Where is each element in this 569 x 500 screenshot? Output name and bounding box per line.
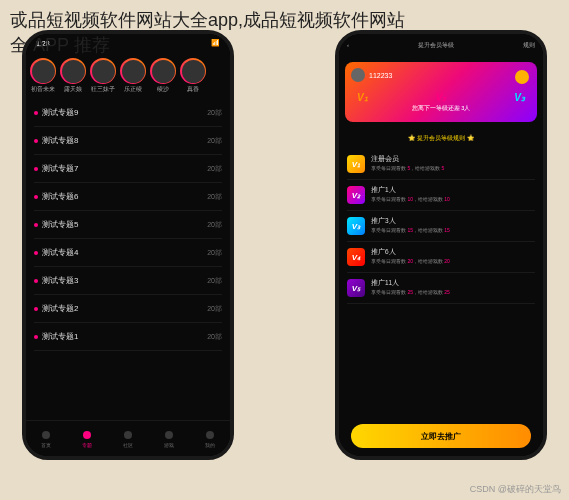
item-count: 20部 — [207, 332, 222, 342]
nav-icon — [163, 429, 175, 441]
rules-header: ⭐ 提升会员等级规则 ⭐ — [339, 128, 543, 149]
svg-point-1 — [83, 431, 91, 439]
level-item: V₄推广6人享受每日观看数 20，给给游戏数 20 — [347, 242, 535, 273]
dot-icon — [34, 307, 38, 311]
list-item[interactable]: 测试专题120部 — [34, 323, 222, 351]
dot-icon — [34, 167, 38, 171]
level-item: V₃推广3人享受每日观看数 15，给给游戏数 15 — [347, 211, 535, 242]
watermark-text: CSDN @破碎的天堂鸟 — [470, 483, 561, 496]
dot-icon — [34, 195, 38, 199]
level-progress-row: V₁ V₂ V₃ — [351, 92, 531, 103]
level-title: 推广6人 — [371, 248, 450, 257]
level-badge-icon: V₁ — [347, 155, 365, 173]
level-item: V₅推广11人享受每日观看数 25，给给游戏数 25 — [347, 273, 535, 304]
item-title: 测试专题3 — [42, 275, 78, 286]
item-title: 测试专题9 — [42, 107, 78, 118]
nav-label: 社区 — [123, 442, 133, 448]
level-desc: 享受每日观看数 10，给给游戏数 10 — [371, 196, 450, 202]
story-label: 绫沙 — [157, 86, 169, 93]
level-badge-icon: V₃ — [347, 217, 365, 235]
nav-item[interactable]: 游戏 — [163, 429, 175, 448]
nav-label: 首页 — [41, 442, 51, 448]
dot-icon — [34, 335, 38, 339]
bottom-nav: 首页专题社区游戏我的 — [26, 420, 230, 456]
nav-icon — [204, 429, 216, 441]
level-title: 注册会员 — [371, 155, 444, 164]
v1-badge: V₁ — [357, 92, 368, 103]
item-title: 测试专题5 — [42, 219, 78, 230]
v2-badge: V₂ — [436, 92, 447, 103]
svg-point-0 — [42, 431, 50, 439]
item-count: 20部 — [207, 220, 222, 230]
phone-mockup-left: 1:28 📶 初音未来露天娘狂三妹子乐正绫绫沙真香 测试专题920部测试专题82… — [22, 30, 234, 460]
item-title: 测试专题4 — [42, 247, 78, 258]
level-badge-icon: V₄ — [347, 248, 365, 266]
svg-point-4 — [206, 431, 214, 439]
progress-text: 您离下一等级还差 3人 — [351, 105, 531, 112]
level-badge-icon: V₅ — [347, 279, 365, 297]
level-desc: 享受每日观看数 15，给给游戏数 15 — [371, 227, 450, 233]
nav-item[interactable]: 社区 — [122, 429, 134, 448]
item-count: 20部 — [207, 136, 222, 146]
story-label: 狂三妹子 — [91, 86, 115, 93]
dot-icon — [34, 279, 38, 283]
item-title: 测试专题6 — [42, 191, 78, 202]
list-item[interactable]: 测试专题220部 — [34, 295, 222, 323]
nav-item[interactable]: 首页 — [40, 429, 52, 448]
dot-icon — [34, 139, 38, 143]
list-item[interactable]: 测试专题820部 — [34, 127, 222, 155]
story-label: 乐正绫 — [124, 86, 142, 93]
user-id: 112233 — [369, 72, 392, 79]
topic-list: 测试专题920部测试专题820部测试专题720部测试专题620部测试专题520部… — [26, 99, 230, 351]
nav-item[interactable]: 专题 — [81, 429, 93, 448]
item-count: 20部 — [207, 304, 222, 314]
nav-icon — [81, 429, 93, 441]
title-text: 戓品短视频软件网站大全app,成品短视频软件网站 — [10, 8, 559, 33]
dot-icon — [34, 223, 38, 227]
level-desc: 享受每日观看数 20，给给游戏数 20 — [371, 258, 450, 264]
list-item[interactable]: 测试专题520部 — [34, 211, 222, 239]
level-item: V₁注册会员享受每日观看数 5，给给游戏数 5 — [347, 149, 535, 180]
level-title: 推广11人 — [371, 279, 450, 288]
item-count: 20部 — [207, 164, 222, 174]
app-logo-icon — [515, 70, 529, 84]
svg-point-3 — [165, 431, 173, 439]
svg-point-2 — [124, 431, 132, 439]
banner-user: 112233 — [351, 68, 531, 82]
level-title: 推广3人 — [371, 217, 450, 226]
item-count: 20部 — [207, 276, 222, 286]
list-item[interactable]: 测试专题920部 — [34, 99, 222, 127]
list-item[interactable]: 测试专题620部 — [34, 183, 222, 211]
story-label: 真香 — [187, 86, 199, 93]
level-list: V₁注册会员享受每日观看数 5，给给游戏数 5V₂推广1人享受每日观看数 10，… — [339, 149, 543, 304]
promote-button[interactable]: 立即去推广 — [351, 424, 531, 448]
item-count: 20部 — [207, 108, 222, 118]
nav-label: 游戏 — [164, 442, 174, 448]
membership-banner: 112233 V₁ V₂ V₃ 您离下一等级还差 3人 — [345, 62, 537, 122]
item-title: 测试专题8 — [42, 135, 78, 146]
nav-label: 我的 — [205, 442, 215, 448]
level-badge-icon: V₂ — [347, 186, 365, 204]
nav-item[interactable]: 我的 — [204, 429, 216, 448]
list-item[interactable]: 测试专题420部 — [34, 239, 222, 267]
dot-icon — [34, 251, 38, 255]
page-title-overlay: 戓品短视频软件网站大全app,成品短视频软件网站 全 APP 推荐 — [0, 0, 569, 66]
list-item[interactable]: 测试专题320部 — [34, 267, 222, 295]
level-desc: 享受每日观看数 25，给给游戏数 25 — [371, 289, 450, 295]
nav-icon — [40, 429, 52, 441]
dot-icon — [34, 111, 38, 115]
phone-mockup-right: ‹ 提升会员等级 规则 112233 V₁ V₂ V₃ 您离下一等级还差 3人 … — [335, 30, 547, 460]
item-count: 20部 — [207, 248, 222, 258]
item-title: 测试专题7 — [42, 163, 78, 174]
list-item[interactable]: 测试专题720部 — [34, 155, 222, 183]
item-count: 20部 — [207, 192, 222, 202]
item-title: 测试专题2 — [42, 303, 78, 314]
avatar — [351, 68, 365, 82]
v3-badge: V₃ — [514, 92, 525, 103]
nav-label: 专题 — [82, 442, 92, 448]
nav-icon — [122, 429, 134, 441]
level-title: 推广1人 — [371, 186, 450, 195]
level-item: V₂推广1人享受每日观看数 10，给给游戏数 10 — [347, 180, 535, 211]
story-label: 初音未来 — [31, 86, 55, 93]
item-title: 测试专题1 — [42, 331, 78, 342]
